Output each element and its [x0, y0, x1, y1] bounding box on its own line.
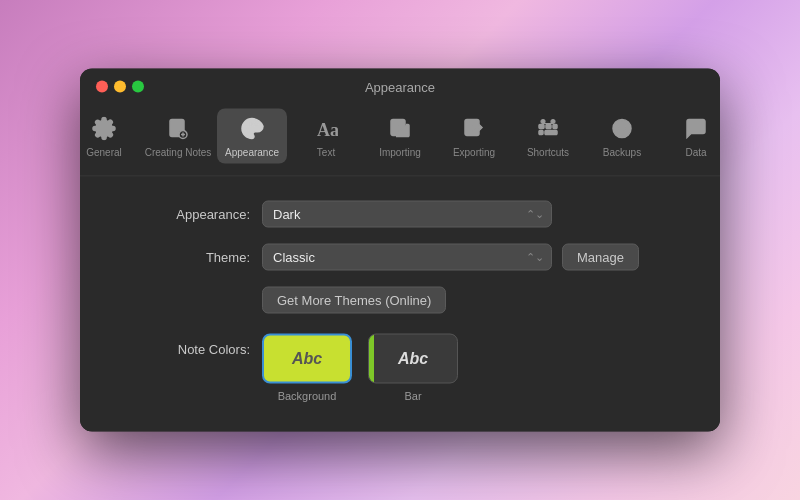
svg-rect-17 [539, 131, 543, 135]
tab-exporting-label: Exporting [453, 147, 495, 158]
tab-importing-label: Importing [379, 147, 421, 158]
title-bar: Appearance [80, 69, 720, 101]
color-option-background: Abc Background [262, 334, 352, 402]
gear-icon [90, 115, 118, 143]
more-themes-button[interactable]: Get More Themes (Online) [262, 287, 446, 314]
window-title: Appearance [365, 79, 435, 94]
bar-swatch-text: Abc [398, 350, 428, 368]
tab-general[interactable]: General [80, 109, 139, 164]
traffic-lights [96, 81, 144, 93]
tab-text-label: Text [317, 147, 335, 158]
theme-select[interactable]: Classic Modern Minimal [262, 244, 552, 271]
tab-general-label: General [86, 147, 122, 158]
svg-rect-15 [546, 125, 551, 129]
toolbar: General Creating Notes [80, 101, 720, 177]
tab-text[interactable]: Aa Text [291, 109, 361, 164]
tab-data[interactable]: Data [661, 109, 720, 164]
color-option-bar: Abc Bar [368, 334, 458, 402]
close-button[interactable] [96, 81, 108, 93]
svg-rect-18 [545, 131, 557, 135]
svg-point-8 [246, 127, 249, 130]
svg-text:Aa: Aa [317, 120, 338, 140]
svg-rect-16 [553, 125, 557, 129]
tab-importing[interactable]: Importing [365, 109, 435, 164]
tab-creating-notes[interactable]: Creating Notes [143, 109, 213, 164]
backups-icon [608, 115, 636, 143]
minimize-button[interactable] [114, 81, 126, 93]
content-area: Appearance: Dark Light Auto ⌃⌄ Theme: Cl… [80, 177, 720, 432]
theme-row: Theme: Classic Modern Minimal ⌃⌄ Manage [120, 244, 680, 271]
text-icon: Aa [312, 115, 340, 143]
preferences-window: Appearance General [80, 69, 720, 432]
tab-appearance[interactable]: Appearance [217, 109, 287, 164]
theme-field-label: Theme: [120, 250, 250, 265]
svg-point-9 [249, 123, 252, 126]
export-icon [460, 115, 488, 143]
tab-backups-label: Backups [603, 147, 641, 158]
tab-shortcuts-label: Shortcuts [527, 147, 569, 158]
svg-point-10 [255, 123, 258, 126]
appearance-select[interactable]: Dark Light Auto [262, 201, 552, 228]
background-color-swatch[interactable]: Abc [262, 334, 352, 384]
tab-creating-notes-label: Creating Notes [145, 147, 212, 158]
color-options: Abc Background Abc Bar [262, 334, 458, 402]
bar-color-swatch[interactable]: Abc [368, 334, 458, 384]
appearance-select-wrapper: Dark Light Auto ⌃⌄ [262, 201, 552, 228]
data-icon [682, 115, 710, 143]
bar-color-label: Bar [404, 390, 421, 402]
background-color-label: Background [278, 390, 337, 402]
background-swatch-text: Abc [292, 350, 322, 368]
note-colors-row: Note Colors: Abc Background Abc Bar [120, 334, 680, 402]
tab-exporting[interactable]: Exporting [439, 109, 509, 164]
tab-backups[interactable]: Backups [587, 109, 657, 164]
tab-appearance-label: Appearance [225, 147, 279, 158]
svg-point-20 [619, 126, 625, 132]
tab-shortcuts[interactable]: Shortcuts [513, 109, 583, 164]
appearance-field-label: Appearance: [120, 207, 250, 222]
import-icon [386, 115, 414, 143]
appearance-icon [238, 115, 266, 143]
manage-button[interactable]: Manage [562, 244, 639, 271]
shortcuts-icon [534, 115, 562, 143]
theme-select-wrapper: Classic Modern Minimal ⌃⌄ [262, 244, 552, 271]
appearance-row: Appearance: Dark Light Auto ⌃⌄ [120, 201, 680, 228]
tab-data-label: Data [685, 147, 706, 158]
note-create-icon [164, 115, 192, 143]
svg-rect-14 [539, 125, 544, 129]
maximize-button[interactable] [132, 81, 144, 93]
note-colors-label: Note Colors: [120, 334, 250, 357]
more-themes-row: Get More Themes (Online) [262, 287, 680, 314]
